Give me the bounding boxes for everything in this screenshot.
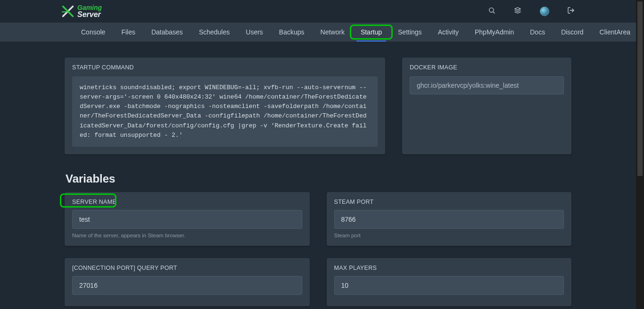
var-max-players-title: MAX PLAYERS xyxy=(327,258,572,276)
startup-command-code: winetricks sound=disabled; export WINEDE… xyxy=(72,76,378,147)
brand-logo[interactable]: Gaming Server xyxy=(61,5,102,18)
svg-line-1 xyxy=(493,12,495,13)
tab-backups[interactable]: Backups xyxy=(271,23,313,42)
var-server-name-title: SERVER NAME xyxy=(72,199,116,205)
tab-clientarea[interactable]: ClientArea xyxy=(592,23,636,42)
var-server-name-help: Name of the server, appears in Steam bro… xyxy=(72,233,302,238)
tab-network[interactable]: Network xyxy=(313,23,353,42)
top-bar: Gaming Server xyxy=(0,0,636,23)
var-max-players-panel: MAX PLAYERS xyxy=(327,258,572,306)
tab-users[interactable]: Users xyxy=(238,23,271,42)
var-steam-port-title: STEAM PORT xyxy=(327,192,572,210)
variables-heading: Variables xyxy=(66,172,571,185)
tab-files[interactable]: Files xyxy=(113,23,143,42)
var-steam-port-panel: STEAM PORT Steam port xyxy=(327,192,572,246)
tab-discord[interactable]: Discord xyxy=(553,23,591,42)
var-steam-port-help: Steam port xyxy=(334,233,564,238)
var-query-port-title: [CONNECTION PORT] QUERY PORT xyxy=(65,258,310,276)
logo-mark-icon xyxy=(61,5,74,18)
tab-startup[interactable]: Startup xyxy=(353,23,390,42)
brand-bottom: Server xyxy=(77,11,102,18)
tab-docs[interactable]: Docs xyxy=(522,23,553,42)
var-query-port-input[interactable] xyxy=(72,276,302,295)
scrollbar-track[interactable] xyxy=(636,0,644,309)
search-icon[interactable] xyxy=(488,7,495,16)
tab-activity[interactable]: Activity xyxy=(430,23,467,42)
docker-image-title: DOCKER IMAGE xyxy=(402,58,571,76)
var-server-name-input[interactable] xyxy=(72,210,302,229)
tab-console[interactable]: Console xyxy=(73,23,113,42)
nav-bar: Console Files Databases Schedules Users … xyxy=(0,23,636,42)
var-max-players-input[interactable] xyxy=(334,276,564,295)
startup-command-title: STARTUP COMMAND xyxy=(65,58,385,76)
startup-command-panel: STARTUP COMMAND winetricks sound=disable… xyxy=(65,58,385,154)
tab-databases[interactable]: Databases xyxy=(143,23,191,42)
brand-top: Gaming xyxy=(77,5,102,11)
scrollbar-thumb[interactable] xyxy=(637,1,643,176)
tab-settings[interactable]: Settings xyxy=(390,23,430,42)
var-steam-port-input[interactable] xyxy=(334,210,564,229)
logout-icon[interactable] xyxy=(567,7,575,16)
layers-icon[interactable] xyxy=(513,7,522,16)
var-query-port-panel: [CONNECTION PORT] QUERY PORT xyxy=(65,258,310,306)
tab-schedules[interactable]: Schedules xyxy=(191,23,238,42)
tab-phpmyadmin[interactable]: PhpMyAdmin xyxy=(467,23,522,42)
avatar[interactable] xyxy=(540,7,549,16)
docker-image-panel: DOCKER IMAGE xyxy=(402,58,571,154)
content: STARTUP COMMAND winetricks sound=disable… xyxy=(0,42,636,309)
var-server-name-panel: SERVER NAME Name of the server, appears … xyxy=(65,192,310,246)
docker-image-input[interactable] xyxy=(410,76,564,94)
